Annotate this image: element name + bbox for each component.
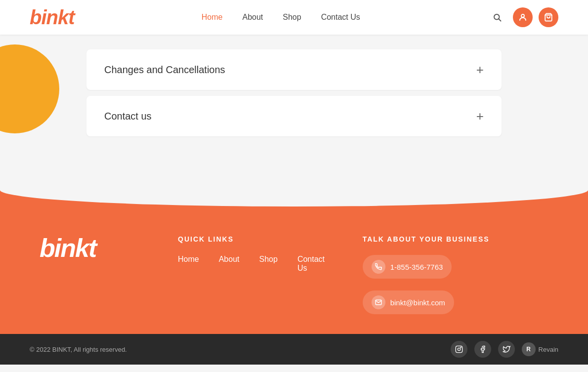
footer-link-contact[interactable]: Contact Us	[297, 255, 333, 273]
faq-item-changes[interactable]: Changes and Cancellations +	[86, 49, 502, 90]
svg-point-6	[461, 347, 461, 348]
header-nav: Home About Shop Contact Us	[202, 13, 360, 22]
header-icons	[487, 7, 558, 27]
cart-button[interactable]	[539, 7, 558, 27]
revain-badge: R Revain	[522, 342, 558, 356]
footer-link-home[interactable]: Home	[178, 255, 199, 273]
footer-inner: binkt QUICK LINKS Home About Shop Contac…	[40, 235, 548, 314]
nav-home[interactable]: Home	[202, 13, 223, 22]
twitter-icon[interactable]	[498, 341, 515, 358]
svg-line-1	[499, 19, 501, 21]
footer-email-item: binkt@binkt.com	[363, 290, 454, 314]
copyright-text: © 2022 BINKT, All rights reserved.	[30, 346, 127, 353]
footer-logo-section: binkt	[40, 235, 148, 261]
bottom-bar: © 2022 BINKT, All rights reserved. R Rev…	[0, 334, 588, 365]
footer-email-text: binkt@binkt.com	[390, 298, 445, 307]
search-button[interactable]	[487, 7, 507, 27]
footer-quick-links-title: QUICK LINKS	[178, 235, 333, 243]
faq-item-contact[interactable]: Contact us +	[86, 96, 502, 136]
faq-expand-changes[interactable]: +	[476, 63, 484, 76]
user-button[interactable]	[513, 7, 533, 27]
faq-title-contact: Contact us	[104, 111, 152, 122]
footer-contact-items: 1-855-356-7763 binkt@binkt.com	[363, 255, 548, 314]
footer-contact-section: TALK ABOUT YOUR BUSINESS 1-855-356-7763	[363, 235, 548, 314]
footer-links-section: QUICK LINKS Home About Shop Contact Us	[178, 235, 333, 273]
facebook-icon[interactable]	[474, 341, 491, 358]
faq-title-changes: Changes and Cancellations	[104, 64, 225, 76]
footer-links: Home About Shop Contact Us	[178, 255, 333, 273]
search-icon	[493, 13, 502, 22]
svg-rect-4	[456, 346, 462, 352]
footer-talk-title: TALK ABOUT YOUR BUSINESS	[363, 235, 548, 243]
main-content: Changes and Cancellations + Contact us +	[0, 35, 588, 182]
social-icons: R Revain	[451, 341, 558, 358]
footer: binkt QUICK LINKS Home About Shop Contac…	[0, 206, 588, 334]
cart-icon	[544, 13, 553, 22]
user-icon	[518, 13, 527, 22]
faq-container: Changes and Cancellations + Contact us +	[86, 49, 502, 182]
nav-about[interactable]: About	[242, 13, 263, 22]
instagram-icon[interactable]	[451, 341, 467, 358]
footer-phone-item: 1-855-356-7763	[363, 255, 452, 279]
nav-shop[interactable]: Shop	[283, 13, 301, 22]
footer-curve	[0, 182, 588, 207]
footer-logo: binkt	[40, 235, 148, 261]
footer-link-shop[interactable]: Shop	[259, 255, 278, 273]
phone-icon	[372, 260, 385, 274]
svg-point-2	[521, 14, 524, 17]
svg-point-5	[458, 348, 460, 350]
revain-logo: R	[522, 342, 536, 356]
footer-phone-text: 1-855-356-7763	[390, 263, 443, 271]
nav-contact[interactable]: Contact Us	[321, 13, 360, 22]
revain-text: Revain	[539, 346, 558, 353]
orange-circle-decoration	[0, 44, 59, 133]
footer-link-about[interactable]: About	[219, 255, 240, 273]
faq-expand-contact[interactable]: +	[476, 110, 484, 123]
header-logo: binkt	[30, 6, 75, 29]
email-icon	[372, 295, 385, 309]
header: binkt Home About Shop Contact Us	[0, 0, 588, 35]
